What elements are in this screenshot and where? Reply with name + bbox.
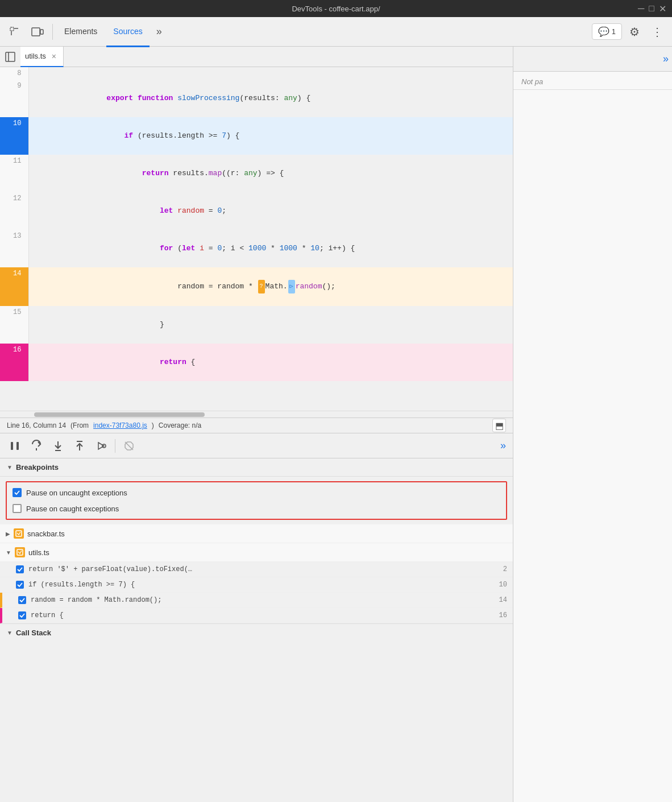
line-code: let random = 0; bbox=[28, 192, 513, 230]
tab-sources[interactable]: Sources bbox=[106, 18, 149, 47]
bp-item-line14: random = random * Math.random(); 14 bbox=[0, 593, 513, 608]
bp-checkbox-line2[interactable] bbox=[16, 565, 24, 573]
line-number-breakpoint-orange: 14 bbox=[0, 267, 28, 306]
bp-file-arrow-icon: ▶ bbox=[6, 531, 10, 537]
bp-file-snackbar[interactable]: ▶ snackbar.ts bbox=[0, 524, 513, 543]
bp-code-line2: return '$' + parseFloat(value).toFixed(… bbox=[28, 565, 489, 573]
right-panel-more[interactable]: » bbox=[663, 53, 669, 65]
exception-caught-row: Pause on caught exceptions bbox=[7, 501, 506, 516]
file-tabs-bar: utils.ts × bbox=[0, 47, 513, 67]
minimize-button[interactable]: ─ bbox=[638, 3, 644, 14]
table-row: 10 if (results.length >= 7) { bbox=[0, 117, 513, 155]
debugger-more-button[interactable]: » bbox=[498, 437, 508, 454]
scrollbar-thumb bbox=[34, 412, 205, 417]
bp-line-num-14: 14 bbox=[493, 596, 507, 604]
bp-code-line10: if (results.length >= 7) { bbox=[28, 581, 489, 589]
right-panel: » Not pa bbox=[513, 47, 672, 802]
callstack-arrow-icon bbox=[7, 630, 13, 636]
code-horizontal-scrollbar[interactable] bbox=[0, 411, 513, 417]
bp-file-utils-icon bbox=[15, 547, 25, 557]
nav-more-tabs[interactable]: » bbox=[152, 23, 167, 40]
line-code: return { bbox=[28, 344, 513, 381]
line-number: 13 bbox=[0, 230, 28, 267]
code-editor[interactable]: 8 9 export function slowProcessing(resul… bbox=[0, 67, 513, 411]
settings-button[interactable]: ⚙ bbox=[624, 22, 645, 42]
pause-caught-label: Pause on caught exceptions bbox=[26, 505, 119, 513]
pause-uncaught-checkbox[interactable] bbox=[13, 488, 22, 497]
pause-caught-checkbox[interactable] bbox=[13, 504, 22, 513]
bp-checkbox-line14[interactable] bbox=[18, 596, 26, 604]
line-code: } bbox=[28, 306, 513, 344]
right-panel-not-paused: Not pa bbox=[513, 72, 672, 90]
more-options-button[interactable]: ⋮ bbox=[647, 22, 667, 42]
breakpoints-arrow-icon bbox=[7, 464, 13, 470]
close-button[interactable]: ✕ bbox=[659, 3, 666, 14]
svg-rect-5 bbox=[11, 442, 13, 450]
sidebar-toggle[interactable] bbox=[2, 49, 18, 65]
line-number: 15 bbox=[0, 306, 28, 344]
file-tab-utils[interactable]: utils.ts × bbox=[20, 47, 64, 67]
table-row: 9 export function slowProcessing(results… bbox=[0, 80, 513, 117]
breakpoints-title: Breakpoints bbox=[16, 463, 59, 472]
console-badge-button[interactable]: 💬 1 bbox=[592, 23, 622, 40]
step-over-button[interactable] bbox=[26, 436, 47, 456]
file-tab-name: utils.ts bbox=[25, 52, 46, 60]
line-number: 11 bbox=[0, 155, 28, 192]
table-row: 15 } bbox=[0, 306, 513, 344]
left-pane: utils.ts × 8 9 bbox=[0, 47, 513, 802]
line-number: 12 bbox=[0, 192, 28, 230]
svg-rect-1 bbox=[32, 28, 40, 36]
exception-box: Pause on uncaught exceptions Pause on ca… bbox=[6, 481, 507, 520]
bp-checkbox-line16[interactable] bbox=[18, 611, 26, 619]
continue-to-here-button[interactable] bbox=[91, 436, 111, 456]
status-icon-button[interactable]: ⬒ bbox=[492, 419, 506, 432]
step-out-button[interactable] bbox=[69, 436, 90, 456]
callstack-section-header[interactable]: Call Stack bbox=[0, 623, 513, 642]
restore-button[interactable]: □ bbox=[649, 3, 654, 14]
svg-rect-3 bbox=[6, 52, 15, 61]
svg-rect-2 bbox=[40, 30, 43, 34]
line-code: export function slowProcessing(results: … bbox=[28, 80, 513, 117]
line-number-active: 10 bbox=[0, 117, 28, 155]
console-icon: 💬 bbox=[598, 26, 609, 37]
svg-rect-0 bbox=[10, 27, 14, 31]
line-number: 8 bbox=[0, 67, 28, 80]
bp-file-utils-arrow-icon: ▼ bbox=[6, 549, 11, 556]
title-bar: DevTools - coffee-cart.app/ ─ □ ✕ bbox=[0, 0, 672, 17]
bp-file-utils[interactable]: ▼ utils.ts bbox=[0, 543, 513, 562]
bp-item-line2: return '$' + parseFloat(value).toFixed(…… bbox=[0, 562, 513, 577]
bp-line-num-2: 2 bbox=[493, 565, 507, 573]
line-code: random = random * ?Math.▷random(); bbox=[28, 267, 513, 306]
exception-uncaught-row: Pause on uncaught exceptions bbox=[7, 485, 506, 501]
table-row: 13 for (let i = 0; i < 1000 * 1000 * 10;… bbox=[0, 230, 513, 267]
bp-code-line14: random = random * Math.random(); bbox=[31, 596, 489, 604]
device-toolbar-icon[interactable] bbox=[27, 22, 48, 42]
debugger-toolbar: » bbox=[0, 433, 513, 458]
inspect-element-icon[interactable] bbox=[5, 22, 25, 42]
file-tab-close[interactable]: × bbox=[49, 52, 59, 61]
svg-rect-14 bbox=[16, 531, 22, 536]
table-row: 8 bbox=[0, 67, 513, 80]
line-code bbox=[28, 67, 513, 80]
svg-rect-6 bbox=[16, 442, 19, 450]
nav-divider bbox=[52, 24, 53, 40]
deactivate-breakpoints-button[interactable] bbox=[119, 436, 139, 456]
status-bar: Line 16, Column 14 (From index-73f73a80.… bbox=[0, 417, 513, 433]
window-title: DevTools - coffee-cart.app/ bbox=[292, 5, 380, 13]
breakpoints-panel: Breakpoints Pause on uncaught exceptions bbox=[0, 458, 513, 802]
line-code: if (results.length >= 7) { bbox=[28, 117, 513, 155]
bp-checkbox-line10[interactable] bbox=[16, 581, 24, 589]
content-area: utils.ts × 8 9 bbox=[0, 47, 672, 802]
tab-elements[interactable]: Elements bbox=[57, 18, 104, 47]
source-file-link[interactable]: index-73f73a80.js bbox=[93, 421, 147, 429]
line-number-breakpoint-pink: 16 bbox=[0, 344, 28, 381]
pause-resume-button[interactable] bbox=[5, 436, 25, 456]
step-into-button[interactable] bbox=[48, 436, 68, 456]
status-from: (From bbox=[70, 421, 89, 429]
devtools-nav: Elements Sources » 💬 1 ⚙ ⋮ bbox=[0, 17, 672, 47]
pause-uncaught-label: Pause on uncaught exceptions bbox=[26, 489, 127, 497]
breakpoints-section-header[interactable]: Breakpoints bbox=[0, 458, 513, 477]
table-row: 11 return results.map((r: any) => { bbox=[0, 155, 513, 192]
cursor-position: Line 16, Column 14 bbox=[7, 421, 66, 429]
bp-line-num-16: 16 bbox=[493, 611, 507, 619]
